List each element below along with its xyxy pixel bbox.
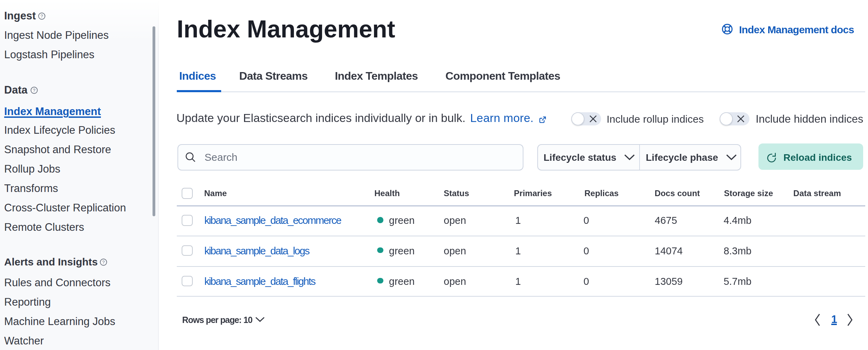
svg-text:?: ? <box>102 259 105 264</box>
svg-text:?: ? <box>33 87 35 93</box>
svg-text:?: ? <box>41 14 43 19</box>
